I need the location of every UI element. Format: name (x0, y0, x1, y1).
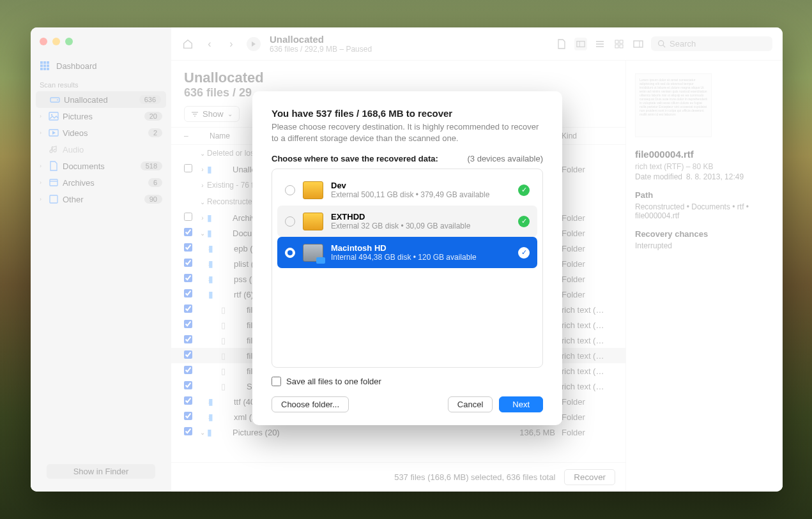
sidebar-item-label: Videos (63, 128, 144, 138)
view-panel-icon[interactable] (632, 38, 645, 50)
row-checkbox[interactable] (184, 335, 192, 343)
date-modified-value: 8. 8. 2013, 12:49 (686, 172, 744, 181)
radio-unselected[interactable] (285, 216, 295, 227)
collapse-all-icon[interactable]: – (184, 132, 198, 140)
dest-name: EXTHDD (331, 212, 510, 222)
row-checkbox[interactable] (184, 320, 192, 328)
forward-icon[interactable]: › (225, 38, 238, 50)
folder-icon: ▮ (207, 164, 218, 174)
choose-label: Choose where to save the recovered data: (272, 154, 438, 163)
archive-icon (49, 177, 59, 188)
new-file-icon[interactable] (555, 38, 568, 50)
row-checkbox[interactable] (184, 366, 192, 374)
svg-point-12 (51, 114, 52, 116)
home-icon[interactable] (181, 38, 194, 50)
svg-rect-2 (47, 61, 49, 64)
view-list-icon[interactable] (594, 38, 606, 50)
sidebar-item-label: Archives (63, 178, 144, 188)
search-icon (657, 40, 666, 48)
radio-unselected[interactable] (285, 185, 295, 195)
sidebar-item-audio[interactable]: Audio (31, 141, 171, 158)
row-checkbox[interactable] (184, 164, 192, 172)
video-icon (49, 128, 59, 138)
inspector-filename: file000004.rtf (635, 149, 774, 160)
folder-icon: ▮ (208, 396, 220, 407)
column-kind[interactable]: Kind (562, 132, 613, 140)
back-icon[interactable]: ‹ (203, 38, 216, 50)
svg-line-29 (663, 45, 665, 47)
sidebar-item-archives[interactable]: › Archives 6 (31, 174, 171, 191)
folder-icon: ▮ (208, 412, 220, 422)
svg-rect-23 (620, 40, 623, 43)
view-grid-icon[interactable] (613, 38, 625, 50)
file-icon: ▯ (221, 382, 233, 391)
count-badge: 518 (141, 162, 162, 170)
show-in-finder-button[interactable]: Show in Finder (47, 464, 155, 479)
external-disk-icon (303, 213, 323, 230)
count-badge: 6 (148, 178, 162, 187)
svg-rect-8 (47, 68, 49, 70)
destination-dev[interactable]: Dev External 500,11 GB disk • 379,49 GB … (277, 174, 537, 206)
svg-rect-5 (47, 64, 49, 67)
choose-folder-button[interactable]: Choose folder... (272, 396, 349, 412)
sidebar-item-unallocated[interactable]: Unallocated 636 (36, 91, 166, 108)
chevron-right-icon: › (40, 113, 45, 119)
row-checkbox[interactable] (184, 381, 192, 389)
chevron-right-icon: › (40, 196, 45, 202)
status-bar: 537 files (168,6 MB) selected, 636 files… (171, 462, 625, 492)
sidebar-item-videos[interactable]: › Videos 2 (31, 124, 171, 141)
file-icon: ▯ (221, 336, 233, 345)
next-button[interactable]: Next (499, 396, 543, 412)
row-checkbox[interactable] (184, 427, 192, 435)
svg-rect-26 (634, 41, 643, 47)
page-title: Unallocated (184, 70, 613, 86)
sidebar: Dashboard Scan results Unallocated 636 ›… (31, 27, 171, 492)
cancel-button[interactable]: Cancel (448, 396, 493, 412)
row-checkbox[interactable] (184, 243, 192, 252)
modal-subtitle: Please choose recovery destination. It i… (272, 121, 543, 144)
pause-play-icon[interactable] (247, 37, 261, 51)
radio-selected[interactable] (285, 248, 295, 258)
sidebar-section-scan-results: Scan results (31, 75, 171, 91)
row-checkbox[interactable] (184, 305, 192, 313)
dest-detail: Internal 494,38 GB disk • 120 GB availab… (331, 253, 510, 262)
svg-rect-3 (40, 64, 43, 67)
row-checkbox[interactable] (184, 396, 192, 405)
row-checkbox[interactable] (184, 412, 192, 420)
row-checkbox[interactable] (184, 350, 192, 359)
sidebar-item-other[interactable]: › Other 90 (31, 191, 171, 207)
filter-icon (191, 110, 199, 118)
save-all-checkbox[interactable] (272, 377, 281, 386)
view-columns-icon[interactable] (574, 38, 587, 50)
folder-icon: ▮ (207, 213, 218, 223)
sidebar-item-pictures[interactable]: › Pictures 20 (31, 108, 171, 124)
show-filter-chip[interactable]: Show ⌄ (184, 106, 240, 122)
devices-available: (3 devices available) (467, 154, 543, 163)
svg-rect-14 (50, 179, 57, 186)
fullscreen-window-button[interactable] (65, 38, 73, 45)
row-checkbox[interactable] (184, 213, 192, 221)
sidebar-item-label: Documents (63, 162, 137, 171)
status-summary: 537 files (168,6 MB) selected, 636 files… (394, 472, 555, 482)
row-checkbox[interactable] (184, 259, 192, 267)
close-window-button[interactable] (40, 38, 47, 45)
svg-rect-17 (577, 41, 585, 47)
table-row[interactable]: ⌄▮Pictures (20)136,5 MBFolder (171, 425, 625, 440)
dest-name: Macintosh HD (331, 243, 510, 253)
row-checkbox[interactable] (184, 289, 192, 297)
destination-exthdd[interactable]: EXTHDD External 32 GB disk • 30,09 GB av… (277, 206, 537, 237)
recovery-destination-modal: You have 537 files / 168,6 MB to recover… (252, 91, 562, 425)
destination-macintosh-hd[interactable]: Macintosh HD Internal 494,38 GB disk • 1… (277, 237, 537, 268)
toolbar-title: Unallocated (270, 34, 546, 45)
row-checkbox[interactable] (184, 228, 192, 236)
minimize-window-button[interactable] (52, 38, 60, 45)
sidebar-item-documents[interactable]: › Documents 518 (31, 158, 171, 174)
inspector-meta: rich text (RTF) – 80 KB (635, 162, 774, 171)
file-preview-thumbnail: Lorem ipsum dolor sit amet consectetur a… (635, 73, 712, 137)
row-checkbox[interactable] (184, 274, 192, 282)
count-badge: 20 (144, 112, 162, 121)
sidebar-item-dashboard[interactable]: Dashboard (31, 57, 171, 75)
search-input[interactable]: Search (651, 36, 772, 51)
drive-icon (50, 94, 60, 105)
recover-button[interactable]: Recover (564, 469, 615, 485)
